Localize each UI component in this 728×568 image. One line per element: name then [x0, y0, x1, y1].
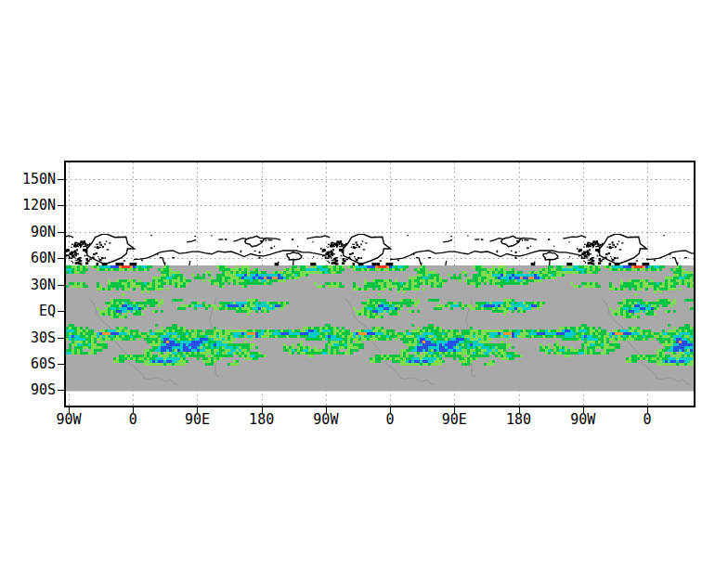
x-axis-tick-label: 90W — [296, 412, 356, 427]
x-axis-tick-mark — [133, 407, 134, 413]
x-axis-tick-label: 180 — [489, 412, 549, 427]
y-axis-tick-label: 120N — [0, 198, 56, 213]
y-axis-tick-mark — [58, 232, 64, 233]
y-axis-tick-mark — [58, 311, 64, 312]
y-axis-tick-label: 90S — [0, 382, 56, 397]
y-axis-tick-mark — [58, 205, 64, 206]
x-axis-tick-label: 90E — [167, 412, 227, 427]
y-axis-tick-mark — [58, 338, 64, 339]
x-axis-tick-label: 90E — [424, 412, 484, 427]
y-axis-tick-label: 90N — [0, 225, 56, 239]
y-axis-tick-label: 150N — [0, 172, 56, 187]
x-axis-tick-label: 180 — [232, 412, 292, 427]
x-axis-tick-label: 0 — [360, 412, 420, 427]
x-axis-tick-label: 0 — [103, 412, 162, 427]
x-axis-tick-mark — [647, 407, 648, 413]
x-axis-tick-label: 90W — [39, 412, 98, 427]
figure-stage: 150N120N90N60N30NEQ30S60S90S90W090E18090… — [0, 0, 728, 568]
x-axis-tick-mark — [326, 407, 327, 413]
y-axis-tick-mark — [58, 285, 64, 286]
x-axis-tick-mark — [454, 407, 455, 413]
y-axis-tick-mark — [58, 258, 64, 259]
y-axis-tick-label: 60S — [0, 356, 56, 371]
y-axis-tick-mark — [58, 179, 64, 180]
x-axis-tick-mark — [197, 407, 198, 413]
x-axis-tick-mark — [262, 407, 263, 413]
y-axis-tick-mark — [58, 364, 64, 365]
x-axis-tick-label: 90W — [553, 412, 613, 427]
y-axis-tick-label: 30N — [0, 278, 56, 292]
x-axis-tick-label: 0 — [618, 412, 677, 427]
y-axis-tick-mark — [58, 390, 64, 391]
y-axis-tick-label: EQ — [0, 303, 56, 318]
y-axis-tick-label: 30S — [0, 330, 56, 345]
y-axis-tick-label: 60N — [0, 251, 56, 265]
x-axis-tick-mark — [390, 407, 391, 413]
x-axis-tick-mark — [69, 407, 70, 413]
map-plot-canvas — [66, 162, 694, 406]
x-axis-tick-mark — [583, 407, 584, 413]
x-axis-tick-mark — [519, 407, 520, 413]
